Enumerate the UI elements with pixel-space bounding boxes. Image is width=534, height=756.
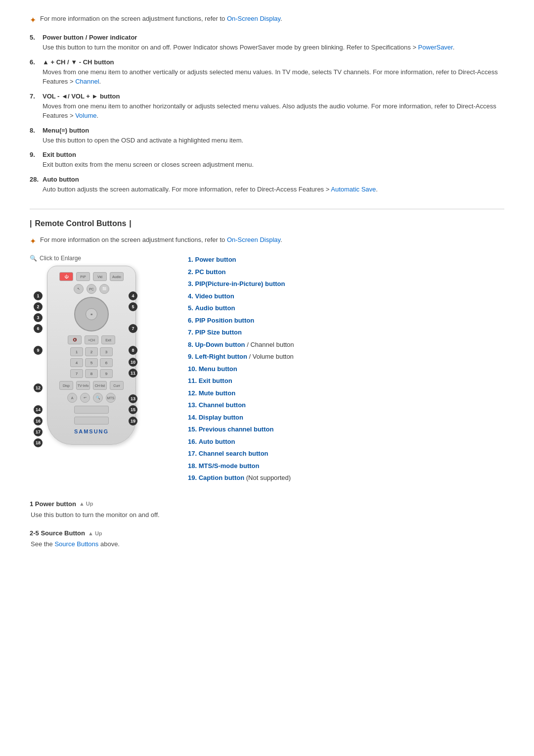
item-body-7: Moves from one menu item to another hori… bbox=[43, 101, 504, 121]
remote-item-19: 19. Caption button (Not supported) bbox=[188, 473, 504, 483]
badge-18: 18 bbox=[34, 438, 43, 447]
badge-13: 13 bbox=[129, 394, 137, 403]
badge-6: 6 bbox=[34, 324, 43, 333]
extra-btn1[interactable] bbox=[74, 406, 109, 414]
bottom-section: 1 Power button ▲ Up Use this button to t… bbox=[30, 500, 504, 549]
remote-row-display: Disp TV·Info CH·list Curr bbox=[52, 381, 131, 390]
mute-btn[interactable]: 🔇 bbox=[68, 335, 82, 344]
badge-17: 17 bbox=[34, 427, 43, 436]
bottom-item-2-5-title: 2-5 Source Button ▲ Up bbox=[30, 529, 504, 537]
remote-button-list: 1. Power button 2. PC button 3. PIP(Pict… bbox=[188, 255, 504, 485]
extra-btn2[interactable] bbox=[74, 417, 109, 425]
numpad: 1 2 3 4 5 6 7 8 9 bbox=[70, 347, 113, 378]
exit-btn[interactable]: Exit bbox=[101, 335, 115, 344]
pip-pos-btn[interactable]: ↖ bbox=[74, 284, 84, 294]
ch-search-btn[interactable]: 🔍 bbox=[93, 393, 103, 403]
remote-item-9: 9. Left-Right button / Volume button bbox=[188, 352, 504, 362]
source-btn2[interactable]: Vid bbox=[93, 272, 107, 281]
remote-row-mute: 🔇 +CH Exit bbox=[52, 335, 131, 344]
click-to-enlarge[interactable]: 🔍 Click to Enlarge bbox=[30, 255, 173, 262]
badge-2: 2 bbox=[34, 302, 43, 311]
badge-16: 16 bbox=[34, 417, 43, 425]
remote-item-10: 10. Menu button bbox=[188, 364, 504, 374]
remote-item-13: 13. Channel button bbox=[188, 400, 504, 410]
item-title-9: Exit button bbox=[43, 151, 254, 158]
remote-item-5: 5. Audio button bbox=[188, 303, 504, 313]
badge-15: 15 bbox=[129, 405, 137, 414]
remote-row-nav: ≡ bbox=[52, 297, 131, 331]
caption-btn[interactable]: Curr bbox=[110, 381, 124, 390]
ch-up-btn[interactable]: +CH bbox=[85, 335, 98, 344]
remote-item-3: 3. PIP(Picture-in-Picture) button bbox=[188, 279, 504, 289]
remote-row-top: ⏻ PIP Vid Audio bbox=[52, 272, 131, 281]
num-8[interactable]: 8 bbox=[85, 369, 98, 378]
badge-8: 8 bbox=[129, 346, 137, 355]
section-item-9: 9. Exit button Exit button exits from th… bbox=[30, 151, 504, 170]
remote-item-17: 17. Channel search button bbox=[188, 449, 504, 459]
remote-item-18: 18. MTS/S-mode button bbox=[188, 461, 504, 471]
volume-link[interactable]: Volume bbox=[75, 112, 96, 119]
remote-image-container: 🔍 Click to Enlarge 1 2 3 4 5 7 6 9 8 10 … bbox=[30, 255, 173, 485]
num-9[interactable]: 9 bbox=[100, 369, 113, 378]
remote-item-16: 16. Auto button bbox=[188, 437, 504, 447]
on-screen-display-link[interactable]: On-Screen Display bbox=[227, 15, 280, 22]
section-item-6: 6. ▲ + CH / ▼ - CH button Moves from one… bbox=[30, 58, 504, 87]
item-body-6: Moves from one menu item to another vert… bbox=[43, 67, 504, 87]
badge-4: 4 bbox=[129, 291, 137, 300]
num-7[interactable]: 7 bbox=[70, 369, 83, 378]
ch-list-btn[interactable]: CH·list bbox=[93, 381, 107, 390]
source-buttons-link[interactable]: Source Buttons bbox=[54, 540, 98, 548]
display-btn[interactable]: Disp bbox=[59, 381, 73, 390]
channel-link[interactable]: Channel bbox=[75, 78, 99, 85]
power-btn[interactable]: ⏻ bbox=[59, 272, 73, 281]
source-btn1[interactable]: PIP bbox=[76, 272, 90, 281]
badge-19: 19 bbox=[129, 417, 137, 425]
pip-size-btn[interactable]: ⬜ bbox=[99, 284, 109, 294]
item-title-7: VOL - ◄/ VOL + ► button bbox=[43, 93, 504, 100]
auto-btn[interactable]: A bbox=[67, 393, 77, 403]
badge-1: 1 bbox=[34, 291, 43, 300]
item-number-6: 6. bbox=[30, 58, 41, 87]
num-3[interactable]: 3 bbox=[100, 347, 113, 356]
remote-row-extra2 bbox=[52, 417, 131, 425]
remote-on-screen-display-link[interactable]: On-Screen Display bbox=[227, 236, 280, 243]
num-5[interactable]: 5 bbox=[85, 358, 98, 367]
badge-7: 7 bbox=[129, 324, 137, 333]
item-body-5: Use this button to turn the monitor on a… bbox=[43, 43, 454, 52]
remote-section-body: 🔍 Click to Enlarge 1 2 3 4 5 7 6 9 8 10 … bbox=[30, 255, 504, 485]
section-item-5: 5. Power button / Power indicator Use th… bbox=[30, 34, 504, 52]
item-body-9: Exit button exits from the menu screen o… bbox=[43, 160, 254, 170]
item-number-28: 28. bbox=[30, 176, 41, 194]
tv-info-btn[interactable]: TV·Info bbox=[76, 381, 90, 390]
item-number-5: 5. bbox=[30, 34, 41, 52]
remote-item-15: 15. Previous channel button bbox=[188, 425, 504, 434]
note-icon: ✦ bbox=[30, 15, 36, 25]
bottom-item-1-title: 1 Power button ▲ Up bbox=[30, 500, 504, 508]
top-items-block: 5. Power button / Power indicator Use th… bbox=[30, 34, 504, 194]
mts-btn[interactable]: MTS bbox=[106, 393, 116, 403]
remote-item-1: 1. Power button bbox=[188, 255, 504, 265]
nav-pad[interactable]: ≡ bbox=[74, 297, 109, 331]
badge-14: 14 bbox=[34, 405, 43, 414]
remote-item-11: 11. Exit button bbox=[188, 376, 504, 386]
remote-note-icon: ✦ bbox=[30, 236, 36, 246]
badge-5: 5 bbox=[129, 302, 137, 311]
num-1[interactable]: 1 bbox=[70, 347, 83, 356]
item-body-28: Auto button adjusts the screen automatic… bbox=[43, 185, 378, 194]
num-4[interactable]: 4 bbox=[70, 358, 83, 367]
menu-btn[interactable]: ≡ bbox=[86, 308, 97, 320]
automatic-save-link[interactable]: Automatic Save bbox=[331, 186, 376, 193]
remote-section-header: Remote Control Buttons bbox=[30, 219, 504, 228]
section-item-28: 28. Auto button Auto button adjusts the … bbox=[30, 176, 504, 194]
num-2[interactable]: 2 bbox=[85, 347, 98, 356]
num-6[interactable]: 6 bbox=[100, 358, 113, 367]
note-text: For more information on the screen adjus… bbox=[40, 15, 282, 22]
source-btn3[interactable]: Audio bbox=[110, 272, 124, 281]
pc-btn[interactable]: PC bbox=[87, 284, 96, 294]
prev-ch-btn[interactable]: ↩ bbox=[80, 393, 90, 403]
badge-3: 3 bbox=[34, 313, 43, 322]
badge-12: 12 bbox=[34, 383, 43, 392]
section-item-7: 7. VOL - ◄/ VOL + ► button Moves from on… bbox=[30, 93, 504, 121]
enlarge-icon: 🔍 bbox=[30, 255, 37, 262]
powersaver-link[interactable]: PowerSaver bbox=[418, 44, 453, 51]
